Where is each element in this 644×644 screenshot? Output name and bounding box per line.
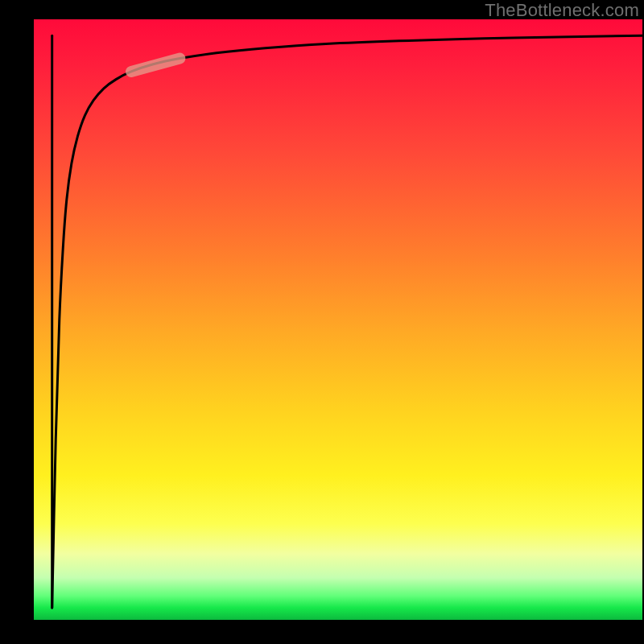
bottleneck-curve: [52, 35, 642, 608]
watermark-text: TheBottleneck.com: [485, 0, 639, 21]
chart-frame: TheBottleneck.com: [0, 0, 644, 644]
highlight-segment: [131, 58, 180, 71]
curve-layer: [34, 19, 642, 620]
plot-area: [34, 19, 642, 620]
